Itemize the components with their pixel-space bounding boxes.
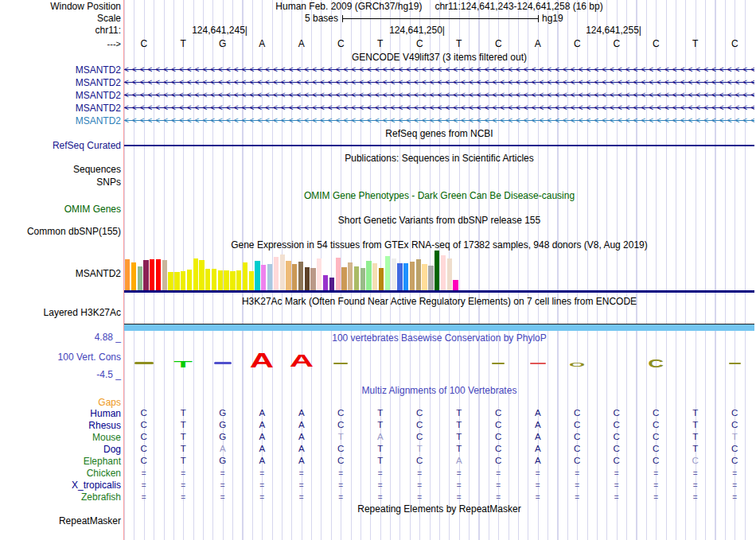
- gap-symbol[interactable]: =: [490, 493, 506, 502]
- omim-track-header[interactable]: OMIM Gene Phenotypes - Dark Green Can Be…: [124, 190, 754, 201]
- multiz-letter[interactable]: C: [411, 420, 427, 429]
- transcript-line[interactable]: <<<<<<<<<<<<<<<<<<<<<<<<<<<<<<<<<<<<<<<<…: [124, 91, 754, 99]
- multiz-letter[interactable]: C: [648, 456, 664, 465]
- multiz-letter[interactable]: T: [727, 432, 742, 441]
- gap-symbol[interactable]: =: [609, 481, 625, 490]
- gtex-bar[interactable]: [255, 261, 259, 290]
- multiz-letter[interactable]: A: [294, 432, 310, 441]
- gtex-bar[interactable]: [397, 263, 402, 290]
- gencode-track-header[interactable]: GENCODE V49lift37 (3 items filtered out): [124, 52, 754, 63]
- gtex-bar[interactable]: [392, 258, 396, 290]
- multiz-letter[interactable]: G: [215, 420, 231, 429]
- multiz-letter[interactable]: C: [688, 456, 703, 465]
- multiz-letter[interactable]: C: [136, 444, 152, 453]
- gap-symbol[interactable]: =: [569, 469, 585, 478]
- gtex-bar[interactable]: [360, 268, 365, 290]
- multiz-letter[interactable]: C: [569, 432, 585, 441]
- multiz-letter[interactable]: A: [254, 408, 270, 418]
- multiz-letter[interactable]: A: [254, 420, 270, 429]
- multiz-letter[interactable]: C: [136, 432, 152, 441]
- gap-symbol[interactable]: =: [688, 481, 703, 490]
- transcript-line[interactable]: <<<<<<<<<<<<<<<<<<<<<<<<<<<<<<<<<<<<<<<<…: [124, 104, 754, 111]
- multiz-letter[interactable]: C: [411, 456, 427, 465]
- gtex-bar[interactable]: [224, 270, 228, 290]
- gtex-bar[interactable]: [366, 261, 371, 290]
- gap-symbol[interactable]: =: [254, 493, 270, 502]
- gap-symbol[interactable]: =: [727, 469, 742, 478]
- multiz-letter[interactable]: C: [609, 432, 625, 441]
- gap-symbol[interactable]: =: [215, 469, 231, 478]
- gtex-bar[interactable]: [341, 267, 346, 290]
- gap-symbol[interactable]: =: [254, 469, 270, 478]
- gtex-expression-barchart[interactable]: [124, 251, 466, 290]
- phylop-conservation-wiggle[interactable]: TAAOC: [0, 347, 756, 367]
- gtex-bar[interactable]: [261, 265, 266, 290]
- multiz-letter[interactable]: T: [411, 444, 427, 453]
- gtex-bar[interactable]: [416, 259, 421, 290]
- multiz-letter[interactable]: C: [490, 444, 506, 453]
- multiz-letter[interactable]: C: [333, 456, 349, 465]
- gap-symbol[interactable]: =: [294, 481, 310, 490]
- gtex-bar[interactable]: [329, 278, 334, 290]
- h3k27ac-track-header[interactable]: H3K27Ac Mark (Often Found Near Active Re…: [124, 296, 754, 307]
- multiz-letter[interactable]: T: [688, 420, 703, 429]
- multiz-letter[interactable]: C: [333, 420, 349, 429]
- gtex-bar[interactable]: [298, 262, 303, 290]
- gtex-bar[interactable]: [453, 280, 458, 290]
- multiz-letter[interactable]: A: [254, 456, 270, 465]
- multiz-letter[interactable]: A: [530, 456, 546, 465]
- multiz-letter[interactable]: C: [490, 432, 506, 441]
- multiz-letter[interactable]: C: [490, 456, 506, 465]
- h3k27ac-signal-bar[interactable]: [124, 324, 754, 331]
- gtex-bar[interactable]: [403, 263, 408, 290]
- dbsnp-track-header[interactable]: Short Genetic Variants from dbSNP releas…: [124, 215, 754, 226]
- gtex-bar[interactable]: [336, 258, 341, 290]
- multiz-letter[interactable]: C: [648, 420, 664, 429]
- gap-symbol[interactable]: =: [530, 481, 546, 490]
- multiz-letter[interactable]: C: [609, 456, 625, 465]
- gap-symbol[interactable]: =: [609, 493, 625, 502]
- gap-symbol[interactable]: =: [175, 481, 191, 490]
- multiz-letter[interactable]: T: [175, 408, 191, 418]
- gap-symbol[interactable]: =: [254, 481, 270, 490]
- gap-symbol[interactable]: =: [727, 493, 742, 502]
- gap-symbol[interactable]: =: [727, 481, 742, 490]
- multiz-track-header[interactable]: Multiz Alignments of 100 Vertebrates: [124, 385, 754, 396]
- multiz-letter[interactable]: T: [372, 408, 388, 418]
- multiz-letter[interactable]: C: [609, 444, 625, 453]
- gap-symbol[interactable]: =: [136, 493, 152, 502]
- gap-symbol[interactable]: =: [175, 493, 191, 502]
- multiz-letter[interactable]: A: [294, 456, 310, 465]
- gap-symbol[interactable]: =: [372, 493, 388, 502]
- gtex-bar[interactable]: [372, 263, 377, 290]
- gtex-bar[interactable]: [162, 260, 167, 290]
- multiz-letter[interactable]: A: [294, 408, 310, 418]
- multiz-letter[interactable]: T: [451, 408, 467, 418]
- gtex-bar[interactable]: [267, 264, 272, 290]
- gap-symbol[interactable]: =: [215, 493, 231, 502]
- gtex-bar[interactable]: [441, 255, 446, 290]
- multiz-letter[interactable]: C: [136, 408, 152, 418]
- gap-symbol[interactable]: =: [648, 481, 664, 490]
- multiz-letter[interactable]: C: [648, 432, 664, 441]
- gap-symbol[interactable]: =: [411, 481, 427, 490]
- gtex-bar[interactable]: [323, 275, 328, 290]
- multiz-letter[interactable]: A: [294, 444, 310, 453]
- gap-symbol[interactable]: =: [372, 481, 388, 490]
- multiz-letter[interactable]: C: [569, 456, 585, 465]
- gtex-bar[interactable]: [305, 267, 310, 290]
- gap-symbol[interactable]: =: [569, 481, 585, 490]
- gtex-bar[interactable]: [249, 271, 254, 290]
- refseq-curated-gene-line[interactable]: [124, 145, 754, 146]
- gtex-bar[interactable]: [138, 266, 142, 290]
- gap-symbol[interactable]: =: [530, 493, 546, 502]
- gtex-bar[interactable]: [286, 261, 290, 290]
- gtex-bar[interactable]: [174, 272, 179, 290]
- repeatmasker-track-header[interactable]: Repeating Elements by RepeatMasker: [124, 503, 754, 515]
- gtex-bar[interactable]: [280, 254, 285, 290]
- multiz-letter[interactable]: A: [254, 444, 270, 453]
- multiz-letter[interactable]: C: [411, 432, 427, 441]
- multiz-letter[interactable]: A: [372, 432, 388, 441]
- multiz-letter[interactable]: C: [490, 408, 506, 418]
- transcript-line[interactable]: <<<<<<<<<<<<<<<<<<<<<<<<<<<<<<<<<<<<<<<<…: [124, 79, 754, 86]
